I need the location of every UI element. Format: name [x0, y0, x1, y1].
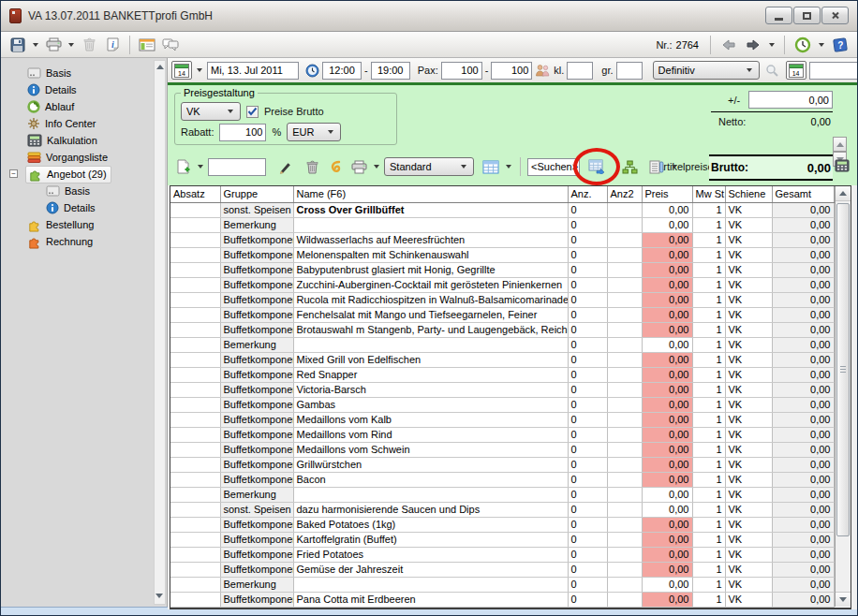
cell-name[interactable] — [293, 217, 568, 232]
print-button[interactable] — [43, 35, 64, 55]
table-row[interactable]: sonst. Speisen dazu harmonisierende Sauc… — [170, 502, 834, 517]
cell-name[interactable]: dazu harmonisierende Saucen und Dips — [293, 502, 568, 517]
cell-gruppe[interactable]: Buffetkomponente — [220, 442, 293, 457]
cell-name[interactable]: Victoria-Barsch — [293, 382, 568, 397]
cell-anz2[interactable] — [607, 502, 642, 517]
cell-gesamt[interactable]: 0,00 — [772, 502, 834, 517]
cell-absatz[interactable] — [170, 457, 220, 472]
cell-anz2[interactable] — [607, 262, 642, 277]
cell-name[interactable]: Fenchelsalat mit Mango und Tiefseegarnel… — [293, 307, 568, 322]
table-row[interactable]: Buffetkomponente Gemüse der Jahreszeit 0… — [170, 562, 834, 577]
cell-anz2[interactable] — [607, 487, 642, 502]
cell-absatz[interactable] — [170, 292, 220, 307]
cell-preis[interactable]: 0,00 — [642, 442, 692, 457]
cell-preis[interactable]: 0,00 — [642, 547, 692, 562]
messages-button[interactable] — [160, 35, 181, 55]
cell-absatz[interactable] — [170, 547, 220, 562]
cell-gruppe[interactable]: Buffetkomponente — [220, 247, 293, 262]
status-select[interactable]: Definitiv — [653, 61, 760, 80]
cell-anz[interactable]: 0 — [568, 247, 607, 262]
cell-anz2[interactable] — [607, 517, 642, 532]
cell-anz[interactable]: 0 — [568, 217, 607, 232]
cell-name[interactable]: Gambas — [293, 397, 568, 412]
cell-absatz[interactable] — [170, 487, 220, 502]
cell-absatz[interactable] — [170, 337, 220, 352]
table-row[interactable]: Bemerkung 0 0,00 1 VK 0,00 — [170, 217, 834, 232]
nav-back-button[interactable] — [718, 35, 739, 55]
cell-preis[interactable]: 0,00 — [642, 352, 692, 367]
cell-gesamt[interactable]: 0,00 — [772, 232, 834, 247]
cell-mwst[interactable]: 1 — [692, 517, 725, 532]
cell-mwst[interactable]: 1 — [692, 292, 725, 307]
table-row[interactable]: Buffetkomponente Bacon 0 0,00 1 VK 0,00 — [170, 472, 834, 487]
date-field[interactable]: Mi, 13. Jul 2011 — [207, 62, 299, 80]
cell-preis[interactable]: 0,00 — [642, 232, 692, 247]
cell-anz[interactable]: 0 — [568, 562, 607, 577]
calendar-button-2[interactable]: 14 — [786, 61, 806, 80]
table-row[interactable]: Buffetkomponente Babyputenbrust glasiert… — [170, 262, 834, 277]
cell-anz2[interactable] — [607, 367, 642, 382]
cell-gesamt[interactable]: 0,00 — [772, 562, 834, 577]
sidebar-item-ablauf[interactable]: Ablauf — [1, 98, 167, 115]
cell-mwst[interactable]: 1 — [692, 442, 725, 457]
pax-from-field[interactable]: 100 — [441, 62, 482, 80]
save-button[interactable] — [7, 35, 28, 55]
cell-gesamt[interactable]: 0,00 — [772, 382, 834, 397]
edit-button[interactable] — [274, 156, 295, 177]
cell-mwst[interactable]: 1 — [692, 412, 725, 427]
cell-anz2[interactable] — [607, 472, 642, 487]
cell-absatz[interactable] — [170, 232, 220, 247]
cell-anz2[interactable] — [607, 247, 642, 262]
cell-schiene[interactable]: VK — [725, 457, 772, 472]
cell-absatz[interactable] — [170, 397, 220, 412]
cell-name[interactable]: Grillwürstchen — [293, 457, 568, 472]
cell-anz[interactable]: 0 — [568, 487, 607, 502]
cell-mwst[interactable]: 1 — [692, 532, 725, 547]
table-scroll-thumb[interactable] — [836, 203, 850, 536]
cell-gruppe[interactable]: Bemerkung — [220, 487, 293, 502]
cell-schiene[interactable]: VK — [725, 397, 772, 412]
kl-field[interactable] — [567, 62, 593, 80]
cell-anz2[interactable] — [607, 307, 642, 322]
cell-anz2[interactable] — [607, 232, 642, 247]
cell-preis[interactable]: 0,00 — [642, 427, 692, 442]
cell-anz2[interactable] — [607, 427, 642, 442]
nav-forward-button[interactable] — [743, 35, 763, 55]
cell-anz[interactable]: 0 — [568, 502, 607, 517]
cell-anz[interactable]: 0 — [568, 322, 607, 337]
cell-mwst[interactable]: 1 — [692, 592, 725, 607]
cell-name[interactable]: Brotauswahl m Stangenb, Party- und Lauge… — [293, 322, 568, 337]
cell-schiene[interactable]: VK — [725, 232, 772, 247]
cell-anz[interactable]: 0 — [568, 547, 607, 562]
cell-absatz[interactable] — [170, 472, 220, 487]
cell-anz[interactable]: 0 — [568, 337, 607, 352]
table-row[interactable]: Bemerkung 0 0,00 1 VK 0,00 — [170, 577, 834, 592]
cell-anz[interactable]: 0 — [568, 577, 607, 592]
print-list-button[interactable] — [348, 156, 369, 177]
cell-schiene[interactable]: VK — [725, 592, 772, 607]
cell-gruppe[interactable]: Buffetkomponente — [220, 517, 293, 532]
cell-schiene[interactable]: VK — [725, 322, 772, 337]
cell-anz2[interactable] — [607, 577, 642, 592]
cell-preis[interactable]: 0,00 — [642, 382, 692, 397]
calendar-dropdown-arrow[interactable] — [197, 68, 202, 72]
cell-name[interactable]: Pana Cotta mit Erdbeeren — [293, 592, 568, 607]
cell-gruppe[interactable]: Buffetkomponente — [220, 307, 293, 322]
cell-gesamt[interactable]: 0,00 — [772, 442, 834, 457]
cell-anz[interactable]: 0 — [568, 307, 607, 322]
cell-anz[interactable]: 0 — [568, 262, 607, 277]
cell-preis[interactable]: 0,00 — [642, 577, 692, 592]
cell-name[interactable]: Red Snapper — [293, 367, 568, 382]
cell-preis[interactable]: 0,00 — [642, 292, 692, 307]
cell-mwst[interactable]: 1 — [692, 217, 725, 232]
sidebar-item-basis[interactable]: Basis — [1, 183, 167, 199]
cell-gesamt[interactable]: 0,00 — [772, 307, 834, 322]
cell-anz2[interactable] — [607, 382, 642, 397]
transfer-table-button[interactable] — [586, 156, 607, 177]
column-header-mw-st[interactable]: Mw St — [692, 186, 725, 202]
cell-gesamt[interactable]: 0,00 — [772, 517, 834, 532]
cell-preis[interactable]: 0,00 — [642, 562, 692, 577]
cell-gesamt[interactable]: 0,00 — [772, 262, 834, 277]
cell-mwst[interactable]: 1 — [692, 367, 725, 382]
cell-anz2[interactable] — [607, 412, 642, 427]
